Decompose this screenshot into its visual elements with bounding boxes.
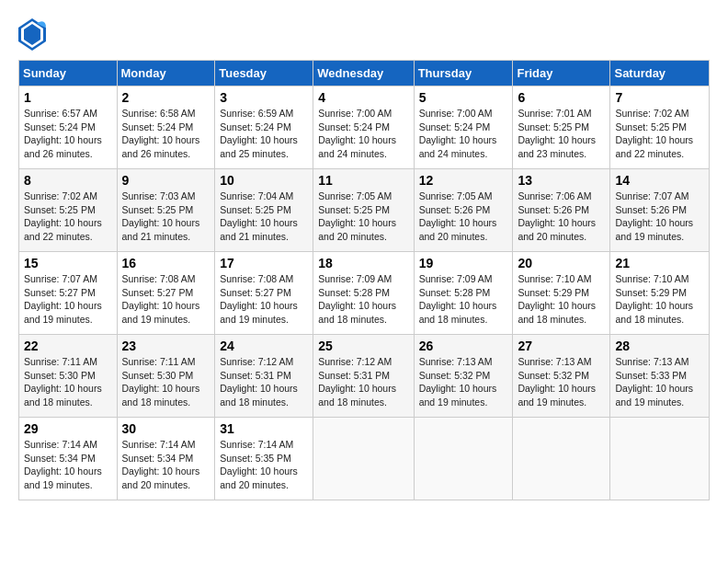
calendar-cell: 15Sunrise: 7:07 AM Sunset: 5:27 PM Dayli… [19,252,118,335]
weekday-friday: Friday [513,61,610,86]
calendar-cell: 6Sunrise: 7:01 AM Sunset: 5:25 PM Daylig… [513,86,610,169]
day-info: Sunrise: 7:14 AM Sunset: 5:34 PM Dayligh… [24,438,112,492]
calendar-week-5: 29Sunrise: 7:14 AM Sunset: 5:34 PM Dayli… [19,418,710,500]
day-number: 6 [518,90,605,105]
calendar-cell: 17Sunrise: 7:08 AM Sunset: 5:27 PM Dayli… [215,252,313,335]
calendar-cell: 2Sunrise: 6:58 AM Sunset: 5:24 PM Daylig… [117,86,215,169]
day-number: 25 [318,339,408,353]
calendar-cell [313,418,414,500]
weekday-sunday: Sunday [19,61,118,86]
calendar-cell: 4Sunrise: 7:00 AM Sunset: 5:24 PM Daylig… [313,86,414,169]
calendar-cell: 8Sunrise: 7:02 AM Sunset: 5:25 PM Daylig… [19,169,118,252]
day-number: 19 [419,256,508,270]
calendar-cell: 25Sunrise: 7:12 AM Sunset: 5:31 PM Dayli… [313,335,414,418]
calendar-cell: 5Sunrise: 7:00 AM Sunset: 5:24 PM Daylig… [414,86,513,169]
calendar-cell: 19Sunrise: 7:09 AM Sunset: 5:28 PM Dayli… [414,252,513,335]
calendar-cell: 1Sunrise: 6:57 AM Sunset: 5:24 PM Daylig… [19,86,118,169]
calendar-cell: 21Sunrise: 7:10 AM Sunset: 5:29 PM Dayli… [610,252,710,335]
day-number: 24 [220,339,308,353]
calendar-cell: 24Sunrise: 7:12 AM Sunset: 5:31 PM Dayli… [215,335,313,418]
weekday-tuesday: Tuesday [215,61,313,86]
logo [18,18,50,51]
day-info: Sunrise: 7:09 AM Sunset: 5:28 PM Dayligh… [318,272,408,327]
day-info: Sunrise: 7:13 AM Sunset: 5:32 PM Dayligh… [419,355,508,409]
day-number: 31 [220,421,308,436]
calendar-cell: 29Sunrise: 7:14 AM Sunset: 5:34 PM Dayli… [19,418,118,500]
day-info: Sunrise: 7:03 AM Sunset: 5:25 PM Dayligh… [122,190,210,244]
day-number: 9 [122,173,210,188]
day-info: Sunrise: 7:10 AM Sunset: 5:29 PM Dayligh… [615,272,704,327]
calendar-week-4: 22Sunrise: 7:11 AM Sunset: 5:30 PM Dayli… [19,335,710,418]
day-number: 4 [318,90,408,105]
calendar-cell: 7Sunrise: 7:02 AM Sunset: 5:25 PM Daylig… [610,86,710,169]
page-header [18,18,710,51]
weekday-header-row: SundayMondayTuesdayWednesdayThursdayFrid… [19,61,710,86]
day-number: 2 [122,90,210,105]
day-number: 7 [615,90,704,105]
calendar-cell: 27Sunrise: 7:13 AM Sunset: 5:32 PM Dayli… [513,335,610,418]
day-info: Sunrise: 7:00 AM Sunset: 5:24 PM Dayligh… [419,107,508,161]
calendar-cell: 12Sunrise: 7:05 AM Sunset: 5:26 PM Dayli… [414,169,513,252]
calendar-cell: 30Sunrise: 7:14 AM Sunset: 5:34 PM Dayli… [117,418,215,500]
day-number: 3 [220,90,308,105]
day-info: Sunrise: 6:58 AM Sunset: 5:24 PM Dayligh… [122,107,210,161]
day-number: 13 [518,173,605,188]
day-info: Sunrise: 7:10 AM Sunset: 5:29 PM Dayligh… [518,272,605,327]
day-number: 17 [220,256,308,270]
calendar-cell: 9Sunrise: 7:03 AM Sunset: 5:25 PM Daylig… [117,169,215,252]
calendar-cell: 23Sunrise: 7:11 AM Sunset: 5:30 PM Dayli… [117,335,215,418]
calendar-cell: 28Sunrise: 7:13 AM Sunset: 5:33 PM Dayli… [610,335,710,418]
day-info: Sunrise: 7:11 AM Sunset: 5:30 PM Dayligh… [122,355,210,409]
day-number: 27 [518,339,605,353]
day-info: Sunrise: 7:05 AM Sunset: 5:26 PM Dayligh… [419,190,508,244]
day-number: 15 [24,256,112,270]
day-info: Sunrise: 7:01 AM Sunset: 5:25 PM Dayligh… [518,107,605,161]
day-number: 26 [419,339,508,353]
calendar-cell: 11Sunrise: 7:05 AM Sunset: 5:25 PM Dayli… [313,169,414,252]
calendar-cell: 20Sunrise: 7:10 AM Sunset: 5:29 PM Dayli… [513,252,610,335]
weekday-thursday: Thursday [414,61,513,86]
day-number: 14 [615,173,704,188]
day-info: Sunrise: 7:12 AM Sunset: 5:31 PM Dayligh… [220,355,308,409]
logo-icon [18,18,46,51]
calendar-cell [610,418,710,500]
day-info: Sunrise: 7:09 AM Sunset: 5:28 PM Dayligh… [419,272,508,327]
calendar-cell: 16Sunrise: 7:08 AM Sunset: 5:27 PM Dayli… [117,252,215,335]
calendar-cell [513,418,610,500]
day-number: 29 [24,421,112,436]
day-number: 21 [615,256,704,270]
day-number: 12 [419,173,508,188]
day-info: Sunrise: 6:59 AM Sunset: 5:24 PM Dayligh… [220,107,308,161]
day-number: 10 [220,173,308,188]
day-info: Sunrise: 7:06 AM Sunset: 5:26 PM Dayligh… [518,190,605,244]
calendar-cell: 3Sunrise: 6:59 AM Sunset: 5:24 PM Daylig… [215,86,313,169]
day-info: Sunrise: 7:13 AM Sunset: 5:33 PM Dayligh… [615,355,704,409]
day-number: 20 [518,256,605,270]
calendar-cell: 13Sunrise: 7:06 AM Sunset: 5:26 PM Dayli… [513,169,610,252]
day-number: 16 [122,256,210,270]
day-info: Sunrise: 7:12 AM Sunset: 5:31 PM Dayligh… [318,355,408,409]
day-number: 23 [122,339,210,353]
day-number: 11 [318,173,408,188]
day-number: 30 [122,421,210,436]
day-info: Sunrise: 7:14 AM Sunset: 5:34 PM Dayligh… [122,438,210,492]
calendar-week-3: 15Sunrise: 7:07 AM Sunset: 5:27 PM Dayli… [19,252,710,335]
calendar-week-2: 8Sunrise: 7:02 AM Sunset: 5:25 PM Daylig… [19,169,710,252]
day-info: Sunrise: 7:07 AM Sunset: 5:26 PM Dayligh… [615,190,704,244]
calendar-week-1: 1Sunrise: 6:57 AM Sunset: 5:24 PM Daylig… [19,86,710,169]
day-number: 28 [615,339,704,353]
day-info: Sunrise: 7:14 AM Sunset: 5:35 PM Dayligh… [220,438,308,492]
weekday-saturday: Saturday [610,61,710,86]
day-number: 22 [24,339,112,353]
calendar-table: SundayMondayTuesdayWednesdayThursdayFrid… [18,60,710,500]
day-info: Sunrise: 7:07 AM Sunset: 5:27 PM Dayligh… [24,272,112,327]
day-info: Sunrise: 7:02 AM Sunset: 5:25 PM Dayligh… [615,107,704,161]
day-info: Sunrise: 7:08 AM Sunset: 5:27 PM Dayligh… [122,272,210,327]
day-info: Sunrise: 7:05 AM Sunset: 5:25 PM Dayligh… [318,190,408,244]
day-info: Sunrise: 7:08 AM Sunset: 5:27 PM Dayligh… [220,272,308,327]
calendar-cell: 22Sunrise: 7:11 AM Sunset: 5:30 PM Dayli… [19,335,118,418]
day-info: Sunrise: 7:02 AM Sunset: 5:25 PM Dayligh… [24,190,112,244]
calendar-cell [414,418,513,500]
calendar-cell: 14Sunrise: 7:07 AM Sunset: 5:26 PM Dayli… [610,169,710,252]
calendar-cell: 18Sunrise: 7:09 AM Sunset: 5:28 PM Dayli… [313,252,414,335]
